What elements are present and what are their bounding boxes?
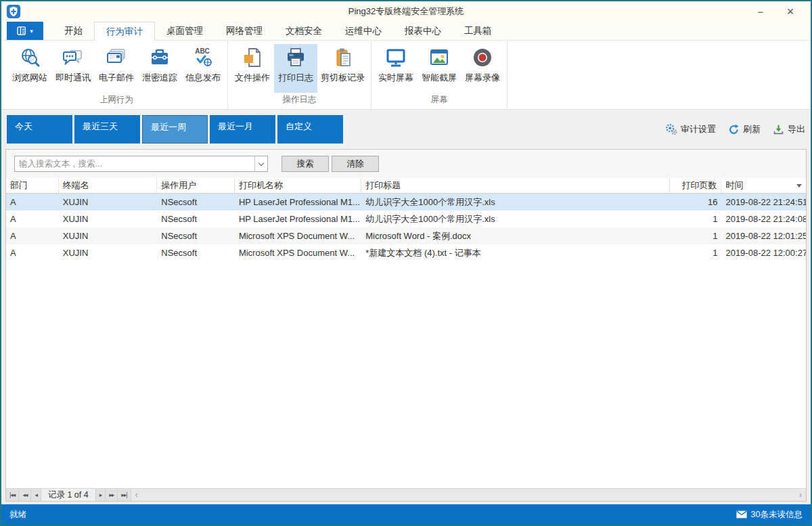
svg-text:ABC: ABC (195, 47, 210, 55)
scroll-right-arrow[interactable]: › (795, 490, 806, 500)
table-header-row: 部门 终端名 操作用户 打印机名称 打印标题 打印页数 时间 (6, 178, 806, 194)
browse-website-icon (18, 46, 41, 69)
content-panel: 搜索 清除 部门 终端名 操作用户 打印机名称 打印标题 打印页数 时间 A X… (5, 149, 807, 502)
ribbon-group-operation-log: 文件操作 打印日志 剪切板记录 操作日志 (228, 41, 371, 109)
ribbon-item-leak-trace[interactable]: 泄密追踪 (138, 44, 181, 93)
smart-capture-icon (428, 46, 451, 69)
ribbon: 浏览网站 即时通讯 电子邮件 (1, 41, 811, 110)
search-row: 搜索 清除 (6, 150, 806, 178)
column-header-printer[interactable]: 打印机名称 (235, 178, 361, 193)
menu-tab-row: ▾ 开始 行为审计 桌面管理 网络管理 文档安全 运维中心 报表中心 工具箱 (1, 22, 811, 41)
tab-behavior-audit[interactable]: 行为审计 (94, 22, 155, 41)
unread-messages[interactable]: 30条未读信息 (736, 509, 803, 521)
leak-trace-icon (148, 46, 171, 69)
tab-start[interactable]: 开始 (53, 22, 94, 40)
table-empty-area (6, 261, 806, 488)
message-envelope-icon (736, 510, 747, 519)
scroll-left-arrow[interactable]: ‹ (131, 490, 142, 500)
column-header-terminal[interactable]: 终端名 (59, 178, 158, 193)
file-operation-icon (241, 46, 264, 69)
tab-network-management[interactable]: 网络管理 (215, 22, 274, 40)
realtime-screen-icon (384, 46, 407, 69)
tab-ops-center[interactable]: 运维中心 (334, 22, 393, 40)
clipboard-record-icon (332, 46, 355, 69)
print-log-icon (284, 46, 307, 69)
ribbon-item-email[interactable]: 电子邮件 (95, 44, 138, 93)
column-header-time[interactable]: 时间 (721, 178, 806, 193)
panel-list-icon (17, 26, 28, 36)
first-page-button[interactable]: |◂◂ (6, 489, 19, 501)
filter-today-button[interactable]: 今天 (7, 115, 72, 144)
window-title: Ping32专版终端安全管理系统 (1, 5, 811, 18)
record-position-label: 记录 1 of 4 (41, 489, 96, 501)
chevron-down-icon (258, 160, 264, 165)
email-icon (105, 46, 128, 69)
pagination-bar: |◂◂ ◂◂ ◂ 记录 1 of 4 ▸ ▸▸ ▸▸| ‹ › (6, 488, 806, 501)
column-header-pages[interactable]: 打印页数 (670, 178, 722, 193)
refresh-icon (728, 124, 740, 135)
instant-message-icon (62, 46, 85, 69)
prev-record-button[interactable]: ◂ (31, 489, 41, 501)
filter-last-month-button[interactable]: 最近一月 (210, 115, 275, 144)
ribbon-group-label: 上网行为 (8, 93, 225, 109)
table-row[interactable]: A XUJIN NSecsoft HP LaserJet Professiona… (6, 211, 806, 227)
ribbon-group-screen: 实时屏幕 智能截屏 屏幕录像 屏幕 (371, 41, 508, 109)
table-row[interactable]: A XUJIN NSecsoft Microsoft XPS Document … (6, 244, 806, 261)
search-button[interactable]: 搜索 (281, 156, 329, 172)
clear-button[interactable]: 清除 (332, 156, 379, 172)
app-window: Ping32专版终端安全管理系统 − × ▾ 开始 行为审计 桌面管理 网络管理… (0, 0, 812, 526)
ribbon-item-file-operation[interactable]: 文件操作 (231, 44, 274, 93)
ribbon-group-label: 屏幕 (374, 93, 504, 109)
search-combobox (14, 156, 268, 172)
filter-last-week-button[interactable]: 最近一周 (142, 115, 208, 144)
prev-fast-button[interactable]: ◂◂ (19, 489, 31, 501)
ribbon-item-clipboard-record[interactable]: 剪切板记录 (317, 44, 368, 93)
ribbon-group-internet-behavior: 浏览网站 即时通讯 电子邮件 (5, 41, 228, 109)
tab-report-center[interactable]: 报表中心 (393, 22, 453, 40)
ribbon-item-smart-capture[interactable]: 智能截屏 (418, 44, 461, 93)
table-row[interactable]: A XUJIN NSecsoft Microsoft XPS Document … (6, 227, 806, 244)
ribbon-item-info-publish[interactable]: ABC 信息发布 (181, 44, 225, 93)
tab-desktop-management[interactable]: 桌面管理 (155, 22, 215, 40)
sort-descending-icon[interactable] (796, 184, 802, 188)
audit-settings-gear-icon (665, 123, 677, 135)
info-publish-icon: ABC (191, 46, 215, 69)
last-page-button[interactable]: ▸▸| (118, 489, 131, 501)
close-button[interactable]: × (775, 2, 805, 21)
status-ready-label: 就绪 (9, 509, 26, 521)
table-row[interactable]: A XUJIN NSecsoft HP LaserJet Professiona… (6, 194, 806, 211)
refresh-button[interactable]: 刷新 (728, 123, 761, 135)
titlebar: Ping32专版终端安全管理系统 − × (1, 1, 811, 22)
ribbon-group-label: 操作日志 (231, 93, 368, 109)
tab-document-security[interactable]: 文档安全 (274, 22, 334, 40)
screen-record-icon (471, 46, 494, 69)
combo-dropdown-button[interactable] (254, 156, 267, 171)
export-download-icon (773, 124, 784, 135)
filter-custom-button[interactable]: 自定义 (277, 115, 343, 144)
app-menu-button[interactable]: ▾ (7, 22, 43, 40)
next-record-button[interactable]: ▸ (96, 489, 106, 501)
filter-last-3-days-button[interactable]: 最近三天 (74, 115, 140, 144)
tab-toolbox[interactable]: 工具箱 (453, 22, 503, 40)
column-header-title[interactable]: 打印标题 (361, 178, 669, 193)
ribbon-item-print-log[interactable]: 打印日志 (274, 44, 317, 93)
ribbon-item-realtime-screen[interactable]: 实时屏幕 (374, 44, 418, 93)
ribbon-item-screen-record[interactable]: 屏幕录像 (461, 44, 504, 93)
unread-count-label: 30条未读信息 (751, 509, 803, 521)
chevron-down-icon: ▾ (30, 28, 33, 35)
next-fast-button[interactable]: ▸▸ (106, 489, 118, 501)
column-header-user[interactable]: 操作用户 (157, 178, 235, 193)
search-input[interactable] (15, 159, 254, 169)
ribbon-item-browse-website[interactable]: 浏览网站 (8, 44, 51, 93)
filter-bar: 今天 最近三天 最近一周 最近一月 自定义 审计设置 刷新 导出 (1, 110, 811, 149)
status-bar: 就绪 30条未读信息 (1, 504, 811, 525)
audit-settings-button[interactable]: 审计设置 (665, 123, 716, 135)
print-log-table: 部门 终端名 操作用户 打印机名称 打印标题 打印页数 时间 A XUJIN N… (6, 178, 806, 488)
column-header-department[interactable]: 部门 (6, 178, 59, 193)
minimize-button[interactable]: − (746, 2, 775, 21)
ribbon-item-instant-message[interactable]: 即时通讯 (51, 44, 95, 93)
export-button[interactable]: 导出 (773, 123, 805, 135)
